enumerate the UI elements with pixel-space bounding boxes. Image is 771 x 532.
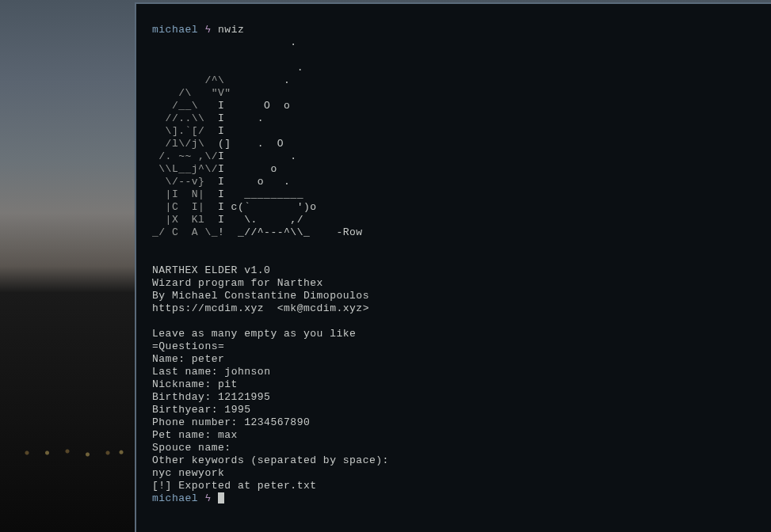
question-birthyear: Birthyear: 1995 [152,404,251,416]
prompt-user: michael [152,24,198,36]
command-text: nwiz [218,24,244,36]
prompt-symbol: ϟ [204,24,211,36]
question-nickname: Nickname: pit [152,378,238,390]
app-title: NARTHEX ELDER v1.0 [152,264,270,276]
instructions-text: Leave as many empty as you like [152,328,356,340]
questions-header: =Questions= [152,340,224,352]
question-phone: Phone number: 1234567890 [152,416,310,428]
cursor-icon [218,492,224,504]
question-keywords-label: Other keywords (separated by space): [152,454,389,466]
export-message: [!] Exported at peter.txt [152,480,317,492]
ascii-art: . . /^\ . /\ "V" /__\ I O o //..\\ I . \… [152,36,363,238]
app-url: https://mcdim.xyz <mk@mcdim.xyz> [152,302,369,314]
question-spouse: Spouce name: [152,442,231,454]
terminal-content[interactable]: michael ϟ nwiz . . /^\ . /\ "V" /__\ I O… [136,4,771,513]
terminal-window[interactable]: michael ϟ nwiz . . /^\ . /\ "V" /__\ I O… [135,2,771,532]
question-name: Name: peter [152,353,224,365]
prompt-user: michael [152,492,198,504]
question-pet: Pet name: max [152,429,238,441]
prompt-symbol: ϟ [204,492,211,504]
question-lastname: Last name: johnson [152,366,270,378]
question-keywords-value: nyc newyork [152,467,224,479]
question-birthday: Birthday: 12121995 [152,391,270,403]
prompt-line-1: michael ϟ nwiz [152,24,244,36]
app-author: By Michael Constantine Dimopoulos [152,290,369,302]
app-description: Wizard program for Narthex [152,277,323,289]
prompt-line-2[interactable]: michael ϟ [152,492,224,504]
